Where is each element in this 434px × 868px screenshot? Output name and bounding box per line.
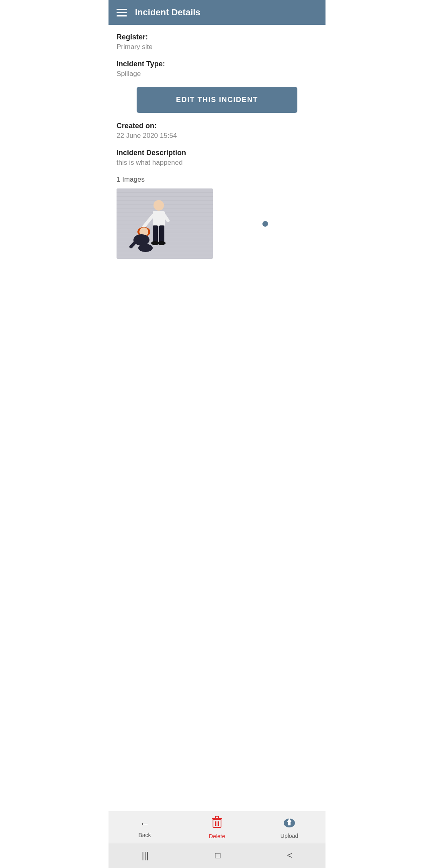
- svg-rect-16: [117, 253, 213, 253]
- carousel-indicator: [213, 221, 317, 227]
- register-label: Register:: [117, 33, 317, 41]
- back-icon: ←: [139, 817, 150, 830]
- menu-icon[interactable]: [117, 9, 127, 16]
- edit-incident-button[interactable]: EDIT THIS INCIDENT: [137, 87, 297, 113]
- svg-rect-5: [117, 209, 213, 209]
- app-header: Incident Details: [108, 0, 326, 25]
- svg-rect-10: [117, 229, 213, 229]
- delete-label: Delete: [209, 833, 225, 839]
- svg-rect-22: [153, 225, 158, 242]
- svg-rect-9: [117, 225, 213, 225]
- content-area: Register: Primary site Incident Type: Sp…: [108, 25, 326, 811]
- svg-rect-3: [117, 201, 213, 201]
- register-value: Primary site: [117, 43, 317, 51]
- page-title: Incident Details: [135, 7, 201, 18]
- images-count: 1 Images: [117, 176, 317, 184]
- svg-rect-12: [117, 237, 213, 237]
- svg-rect-13: [117, 241, 213, 241]
- svg-point-25: [158, 241, 166, 245]
- created-on-value: 22 June 2020 15:54: [117, 132, 317, 140]
- upload-icon: [283, 817, 295, 831]
- upload-label: Upload: [280, 833, 298, 839]
- svg-rect-4: [117, 205, 213, 205]
- home-button[interactable]: □: [207, 849, 229, 862]
- svg-rect-15: [117, 249, 213, 249]
- description-label: Incident Description: [117, 149, 317, 157]
- image-carousel: [117, 188, 317, 259]
- images-section: 1 Images: [117, 176, 317, 259]
- description-value: this is what happened: [117, 159, 317, 167]
- system-back-button[interactable]: <: [279, 849, 300, 862]
- upload-nav-item[interactable]: Upload: [273, 817, 305, 839]
- back-label: Back: [138, 832, 151, 838]
- incident-type-value: Spillage: [117, 70, 317, 78]
- svg-rect-33: [215, 816, 219, 818]
- svg-rect-17: [117, 257, 213, 257]
- svg-rect-19: [153, 211, 165, 226]
- incident-image-svg: [117, 188, 213, 259]
- created-on-label: Created on:: [117, 122, 317, 130]
- description-section: Incident Description this is what happen…: [117, 149, 317, 167]
- svg-point-18: [154, 200, 164, 211]
- recents-button[interactable]: |||: [134, 849, 157, 862]
- svg-rect-1: [117, 192, 213, 193]
- bottom-nav-bar: ← Back Delete Upload: [108, 811, 326, 843]
- svg-rect-11: [117, 233, 213, 233]
- delete-nav-item[interactable]: Delete: [201, 816, 233, 839]
- system-nav-bar: ||| □ <: [108, 843, 326, 868]
- created-on-section: Created on: 22 June 2020 15:54: [117, 122, 317, 140]
- incident-type-label: Incident Type:: [117, 60, 317, 68]
- incident-type-section: Incident Type: Spillage: [117, 60, 317, 78]
- svg-rect-23: [159, 225, 164, 242]
- register-section: Register: Primary site: [117, 33, 317, 51]
- carousel-dot-active: [262, 221, 268, 227]
- incident-image[interactable]: [117, 188, 213, 259]
- delete-icon: [212, 816, 222, 831]
- back-nav-item[interactable]: ← Back: [129, 817, 161, 838]
- svg-point-30: [138, 244, 153, 252]
- svg-rect-2: [117, 197, 213, 197]
